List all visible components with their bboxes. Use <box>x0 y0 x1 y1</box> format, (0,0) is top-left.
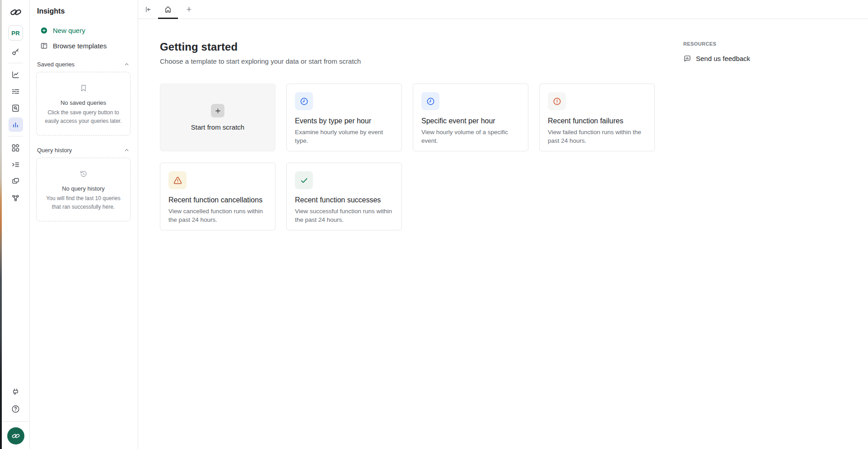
send-feedback-button[interactable]: Send us feedback <box>683 54 750 62</box>
tab-bar <box>138 0 868 19</box>
template-card-function-failures[interactable]: Recent function failures View failed fun… <box>539 84 655 151</box>
send-feedback-label: Send us feedback <box>696 55 750 62</box>
template-card-function-successes[interactable]: Recent function successes View successfu… <box>286 163 402 230</box>
doc-search-icon[interactable] <box>9 101 23 115</box>
resources-header: RESOURCES <box>683 41 828 47</box>
template-card-title: Recent function successes <box>295 196 393 204</box>
rail-divider <box>9 63 23 63</box>
feedback-bubble-icon <box>683 54 691 62</box>
list-filter-icon[interactable] <box>9 84 23 98</box>
apps-grid-icon[interactable] <box>9 140 23 155</box>
saved-queries-label: Saved queries <box>37 61 75 68</box>
template-card-description: Examine hourly volume by event type. <box>295 128 393 145</box>
template-card-specific-event[interactable]: Specific event per hour View hourly volu… <box>413 84 528 151</box>
bar-chart-icon[interactable] <box>9 117 23 132</box>
help-icon[interactable] <box>9 402 23 416</box>
main-area: Getting started Choose a template to sta… <box>138 0 868 449</box>
template-card-title: Specific event per hour <box>421 117 520 125</box>
rail-divider <box>2 421 30 422</box>
template-card-description: View successful function runs within the… <box>295 207 393 224</box>
getting-started-content: Getting started Choose a template to sta… <box>138 19 868 230</box>
template-card-title: Recent function failures <box>548 117 646 125</box>
query-history-section-header[interactable]: Query history <box>36 147 131 154</box>
template-card-events-by-type[interactable]: Events by type per hour Examine hourly v… <box>286 84 402 151</box>
warning-triangle-icon <box>168 171 187 189</box>
insights-sidebar: Insights New query Browse templates <box>30 0 138 449</box>
panel-layout-icon <box>40 42 48 50</box>
new-query-button[interactable]: New query <box>36 27 131 34</box>
chevron-up-icon <box>124 147 130 153</box>
environment-badge[interactable]: PR <box>8 25 23 41</box>
icon-rail: PR <box>2 0 30 449</box>
template-card-description: View hourly volume of a specific event. <box>421 128 520 145</box>
template-card-grid: Start from scratch Events by type per ho… <box>160 84 868 230</box>
saved-queries-section-header[interactable]: Saved queries <box>36 61 131 68</box>
start-from-scratch-card[interactable]: Start from scratch <box>160 84 275 151</box>
history-icon <box>79 169 88 178</box>
start-from-scratch-label: Start from scratch <box>191 123 244 131</box>
query-history-label: Query history <box>37 147 72 154</box>
key-icon[interactable] <box>9 44 23 59</box>
account-avatar[interactable] <box>7 427 24 444</box>
home-icon <box>164 5 172 14</box>
linked-nodes-icon[interactable] <box>9 191 23 205</box>
template-card-title: Events by type per hour <box>295 117 393 125</box>
inngest-logo[interactable] <box>9 5 23 19</box>
queue-list-icon[interactable] <box>9 157 23 172</box>
browse-templates-label: Browse templates <box>53 42 107 50</box>
template-card-description: View cancelled function runs within the … <box>168 207 267 224</box>
new-query-label: New query <box>53 27 85 34</box>
plus-circle-icon <box>40 27 48 34</box>
template-card-description: View failed function runs within the pas… <box>548 128 646 145</box>
saved-queries-empty-description: Click the save query button to easily ac… <box>42 108 125 125</box>
template-card-title: Recent function cancellations <box>168 196 267 204</box>
page-title: Insights <box>36 7 131 15</box>
collapse-sidebar-button[interactable] <box>142 3 154 16</box>
rail-divider <box>9 136 23 136</box>
stacked-windows-icon[interactable] <box>9 174 23 188</box>
insights-page: PR <box>0 0 868 449</box>
browse-templates-button[interactable]: Browse templates <box>36 42 131 50</box>
plus-icon <box>211 104 224 117</box>
clock-icon <box>295 92 313 110</box>
saved-queries-empty-state: No saved queries Click the save query bu… <box>36 72 131 136</box>
resources-panel: RESOURCES Send us feedback <box>683 41 828 62</box>
clock-icon <box>421 92 439 110</box>
line-chart-icon[interactable] <box>9 67 23 82</box>
query-history-empty-description: You will find the last 10 queries that r… <box>42 194 125 211</box>
alert-circle-icon <box>548 92 566 110</box>
template-card-function-cancellations[interactable]: Recent function cancellations View cance… <box>160 163 275 230</box>
query-history-empty-state: No query history You will find the last … <box>36 158 131 221</box>
query-history-empty-title: No query history <box>42 185 125 192</box>
chevron-up-icon <box>124 61 130 67</box>
saved-queries-empty-title: No saved queries <box>42 99 125 106</box>
plug-icon[interactable] <box>9 385 23 399</box>
new-tab-button[interactable] <box>182 3 195 16</box>
bookmark-icon <box>79 84 88 93</box>
check-icon <box>295 171 313 189</box>
tab-home[interactable] <box>158 0 178 19</box>
